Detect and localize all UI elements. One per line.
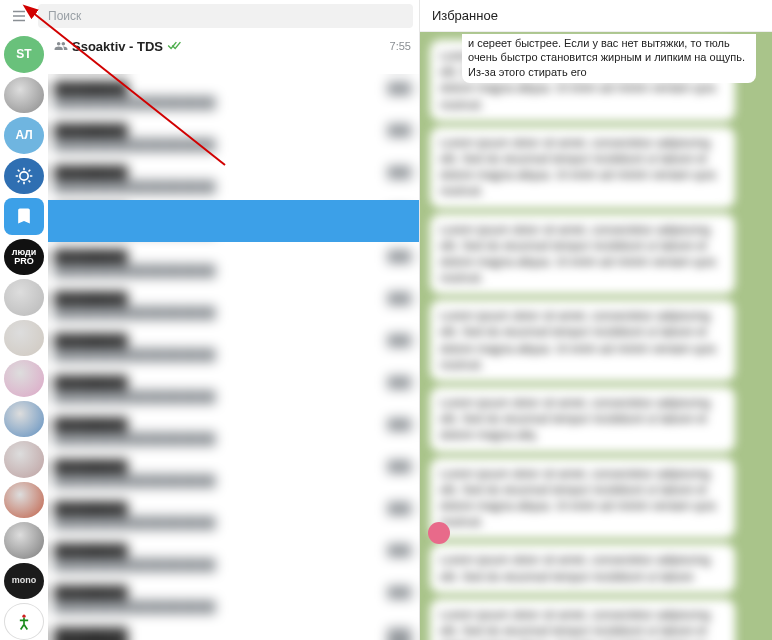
- hamburger-icon: [10, 7, 28, 25]
- rail-item[interactable]: [4, 77, 44, 114]
- svg-line-11: [29, 170, 31, 172]
- chat-header-title: Избранное: [432, 8, 498, 23]
- message-in[interactable]: Lorem ipsum dolor sit amet, consectetur …: [430, 214, 735, 295]
- rail-item[interactable]: [4, 279, 44, 316]
- chat-row[interactable]: ██████████████████████████████: [48, 452, 419, 494]
- rail-item[interactable]: [4, 401, 44, 438]
- chat-row[interactable]: ██████████████████████████████: [48, 494, 419, 536]
- svg-point-12: [22, 614, 25, 617]
- menu-button[interactable]: [6, 3, 32, 29]
- svg-line-15: [24, 624, 27, 629]
- app-root: STАЛлюди PROmono Ssoaktiv - TDS 7:55: [0, 0, 772, 640]
- chat-row[interactable]: ██████████████████████████████: [48, 620, 419, 640]
- chat-preview: [54, 54, 411, 68]
- chat-row[interactable]: ██████████████████████████████: [48, 578, 419, 620]
- svg-point-3: [20, 172, 28, 180]
- chat-time: 7:55: [390, 40, 411, 52]
- folders-rail: STАЛлюди PROmono: [0, 32, 48, 640]
- rail-item[interactable]: [4, 360, 44, 397]
- rail-item[interactable]: АЛ: [4, 117, 44, 154]
- chat-row[interactable]: ██████████████████████████████: [48, 242, 419, 284]
- sender-avatar: [428, 522, 450, 544]
- svg-line-10: [18, 180, 20, 182]
- messages-blurred: Lorem ipsum dolor sit amet, consectetur …: [420, 32, 772, 640]
- rail-item[interactable]: ST: [4, 36, 44, 73]
- message-snippet: и сереет быстрее. Если у вас нет вытяжки…: [462, 34, 756, 83]
- chat-background: Lorem ipsum dolor sit amet, consectetur …: [420, 32, 772, 640]
- chat-row[interactable]: ██████████████████████████████: [48, 200, 419, 242]
- gear-badge-icon: [14, 166, 34, 186]
- chat-header[interactable]: Избранное: [420, 0, 772, 32]
- chat-row[interactable]: ██████████████████████████████: [48, 158, 419, 200]
- rail-item[interactable]: [4, 158, 44, 195]
- chat-title: Ssoaktiv - TDS: [72, 39, 163, 54]
- chat-row[interactable]: ██████████████████████████████: [48, 284, 419, 326]
- chat-row[interactable]: ██████████████████████████████: [48, 368, 419, 410]
- svg-line-9: [29, 180, 31, 182]
- rail-item[interactable]: mono: [4, 563, 44, 600]
- rail-item[interactable]: [4, 522, 44, 559]
- message-in[interactable]: Lorem ipsum dolor sit amet, consectetur …: [430, 458, 735, 539]
- chat-row[interactable]: ██████████████████████████████: [48, 116, 419, 158]
- message-in[interactable]: Lorem ipsum dolor sit amet, consectetur …: [430, 300, 735, 381]
- message-in[interactable]: Lorem ipsum dolor sit amet, consectetur …: [430, 127, 735, 208]
- chat-row[interactable]: ██████████████████████████████: [48, 326, 419, 368]
- message-in[interactable]: Lorem ipsum dolor sit amet, consectetur …: [430, 544, 735, 592]
- chat-row-first[interactable]: Ssoaktiv - TDS 7:55: [48, 32, 419, 74]
- group-icon: [54, 39, 68, 53]
- chat-panel: Избранное Lorem ipsum dolor sit amet, co…: [420, 0, 772, 640]
- message-in[interactable]: Lorem ipsum dolor sit amet, consectetur …: [430, 387, 735, 452]
- chat-row[interactable]: ██████████████████████████████: [48, 74, 419, 116]
- rail-item[interactable]: люди PRO: [4, 239, 44, 276]
- left-panel: STАЛлюди PROmono Ssoaktiv - TDS 7:55: [0, 0, 420, 640]
- rail-item[interactable]: [4, 320, 44, 357]
- chat-list[interactable]: Ssoaktiv - TDS 7:55 ████████████████████…: [48, 32, 419, 640]
- search-input[interactable]: [38, 4, 413, 28]
- rail-item[interactable]: [4, 603, 44, 640]
- left-body: STАЛлюди PROmono Ssoaktiv - TDS 7:55: [0, 32, 419, 640]
- rail-item[interactable]: [4, 441, 44, 478]
- search-bar: [0, 0, 419, 32]
- stick-figure-icon: [14, 612, 34, 632]
- message-in[interactable]: Lorem ipsum dolor sit amet, consectetur …: [430, 599, 735, 640]
- svg-line-8: [18, 170, 20, 172]
- read-ticks-icon: [167, 38, 181, 54]
- bookmark-icon: [14, 206, 34, 226]
- rail-item[interactable]: [4, 482, 44, 519]
- chat-row[interactable]: ██████████████████████████████: [48, 410, 419, 452]
- rail-item[interactable]: [4, 198, 44, 235]
- chat-row[interactable]: ██████████████████████████████: [48, 536, 419, 578]
